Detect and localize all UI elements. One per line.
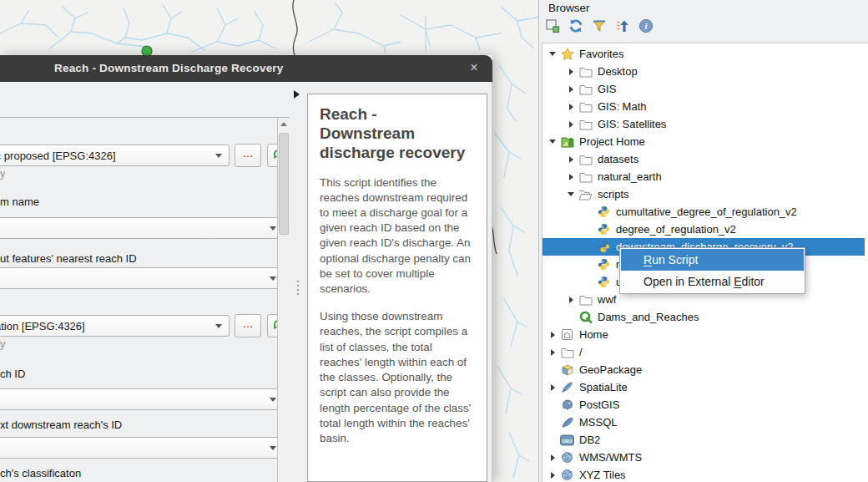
dialog-titlebar[interactable]: Reach - Downstream Discharge Recovery × bbox=[0, 55, 492, 82]
postgis-icon bbox=[560, 398, 574, 412]
chevron-right-icon[interactable] bbox=[551, 384, 555, 391]
chevron-down-icon[interactable] bbox=[549, 140, 556, 144]
tree-item-favorites[interactable]: Favorites bbox=[542, 45, 828, 63]
chevron-right-icon[interactable] bbox=[551, 454, 555, 461]
chevron-right-icon[interactable] bbox=[569, 68, 573, 75]
splitter-handle[interactable] bbox=[297, 278, 299, 297]
geopackage-icon bbox=[560, 363, 574, 377]
tree-item-gis-math[interactable]: GIS: Math bbox=[542, 98, 846, 115]
tree-item-geopackage[interactable]: GeoPackage bbox=[542, 361, 828, 378]
tree-item-db2[interactable]: DB2DB2 bbox=[542, 431, 828, 449]
tree-item-degree-of-regulation-v2[interactable]: degree_of_regulation_v2 bbox=[542, 221, 865, 238]
tree-item-label: / bbox=[579, 346, 583, 358]
chevron-down-icon bbox=[270, 226, 276, 231]
field-combobox[interactable] bbox=[0, 388, 284, 410]
chevron-right-icon[interactable] bbox=[551, 332, 555, 338]
field-combobox[interactable] bbox=[0, 437, 284, 459]
help-paragraph: Using those downstream reaches, the scri… bbox=[320, 309, 476, 446]
parameter-label: m name bbox=[0, 195, 39, 208]
parameters-form: « proposed [EPSG:4326]…ym nameut feature… bbox=[0, 117, 290, 482]
tree-item-gis-satellites[interactable]: GIS: Satellites bbox=[542, 115, 846, 133]
parameter-row: « proposed [EPSG:4326]… bbox=[0, 144, 290, 167]
browser-panel-title: Browser bbox=[548, 2, 590, 14]
folder-open-icon bbox=[578, 188, 593, 201]
chevron-right-icon[interactable] bbox=[569, 86, 573, 93]
tree-item-natural-earth[interactable]: natural_earth bbox=[542, 168, 846, 185]
chevron-right-icon[interactable] bbox=[569, 156, 573, 163]
qgis-project-icon bbox=[578, 311, 593, 324]
folder-icon bbox=[578, 118, 593, 131]
filter-browser-button[interactable] bbox=[589, 18, 609, 38]
tree-item-mssql[interactable]: MSSQL bbox=[542, 414, 828, 431]
chevron-right-icon[interactable] bbox=[551, 472, 555, 479]
tree-item-home[interactable]: Home bbox=[542, 326, 828, 343]
tree-item-xyz-tiles[interactable]: XYZ Tiles bbox=[542, 466, 828, 482]
browse-button[interactable]: … bbox=[235, 314, 261, 337]
layer-combobox[interactable]: ation [EPSG:4326] bbox=[0, 315, 230, 337]
filter-browser-icon bbox=[591, 18, 608, 38]
collapse-all-button[interactable] bbox=[613, 18, 633, 38]
tree-item-spatialite[interactable]: SpatiaLite bbox=[542, 378, 828, 396]
combobox-value: « proposed [EPSG:4326] bbox=[0, 150, 116, 162]
mssql-icon bbox=[560, 416, 574, 429]
parameter-row bbox=[0, 217, 284, 239]
folder-icon bbox=[560, 346, 574, 359]
tree-item-cumultative-degree-of-regulation-v2[interactable]: cumultative_degree_of_regulation_v2 bbox=[542, 203, 865, 221]
tree-item-label: MSSQL bbox=[579, 416, 618, 429]
tree-item-label: Favorites bbox=[579, 48, 623, 60]
folder-icon bbox=[578, 83, 593, 96]
chevron-right-icon[interactable] bbox=[569, 104, 573, 110]
tree-item-datasets[interactable]: datasets bbox=[542, 150, 846, 168]
python-script-icon bbox=[597, 258, 611, 271]
collapse-help-arrow-icon[interactable] bbox=[294, 90, 300, 99]
chevron-down-icon[interactable] bbox=[549, 52, 556, 56]
tree-item-dams-and-reaches[interactable]: Dams_and_Reaches bbox=[542, 308, 846, 326]
svg-text:i: i bbox=[645, 22, 648, 31]
form-scrollbar[interactable] bbox=[277, 118, 290, 482]
parameter-note: y bbox=[0, 168, 5, 180]
add-selected-layers-button[interactable] bbox=[542, 18, 563, 38]
globe-icon bbox=[560, 469, 574, 482]
tree-item-gis[interactable]: GIS bbox=[542, 80, 846, 98]
tree-item-label: DB2 bbox=[579, 434, 600, 446]
tree-item-wms-wmts[interactable]: WMS/WMTS bbox=[542, 449, 828, 466]
tree-item-label: datasets bbox=[598, 153, 638, 165]
tree-item-scripts[interactable]: scripts bbox=[542, 185, 846, 203]
chevron-down-icon[interactable] bbox=[568, 192, 574, 196]
parameter-label: ch ID bbox=[0, 368, 25, 380]
close-icon[interactable]: × bbox=[467, 60, 482, 75]
tree-item-desktop[interactable]: Desktop bbox=[542, 63, 846, 80]
menu-item-open-in-external-editor[interactable]: Open in External Editor bbox=[621, 271, 804, 292]
browser-panel: Browser i FavoritesDesktopGISGIS: MathGI… bbox=[538, 0, 868, 482]
browse-button[interactable]: … bbox=[235, 144, 261, 167]
parameter-row bbox=[0, 388, 284, 410]
python-script-icon bbox=[597, 223, 611, 236]
scroll-up-icon[interactable] bbox=[280, 122, 287, 126]
chevron-right-icon[interactable] bbox=[569, 174, 573, 180]
python-script-icon bbox=[597, 241, 611, 254]
menu-item-run-script[interactable]: Run Script bbox=[621, 249, 804, 271]
tree-item-postgis[interactable]: PostGIS bbox=[542, 396, 828, 414]
browser-toolbar: i bbox=[542, 18, 656, 38]
parameter-row bbox=[0, 437, 284, 459]
layer-combobox[interactable]: « proposed [EPSG:4326] bbox=[0, 145, 230, 166]
tree-item-label: wwf bbox=[598, 293, 616, 306]
tree-item-project-home[interactable]: Project Home bbox=[542, 133, 828, 150]
refresh-button[interactable] bbox=[566, 18, 586, 38]
project-home-icon bbox=[560, 135, 574, 149]
tree-item-label: scripts bbox=[598, 188, 629, 200]
dialog-title: Reach - Downstream Discharge Recovery bbox=[54, 55, 284, 82]
chevron-right-icon[interactable] bbox=[569, 297, 573, 303]
python-script-icon bbox=[597, 205, 611, 219]
scrollbar-thumb[interactable] bbox=[279, 133, 289, 235]
chevron-right-icon[interactable] bbox=[551, 349, 555, 356]
parameter-label: ut features' nearest reach ID bbox=[0, 252, 137, 265]
properties-widget-button[interactable]: i bbox=[636, 18, 656, 38]
tree-item-label: WMS/WMTS bbox=[579, 451, 642, 464]
chevron-right-icon[interactable] bbox=[569, 121, 573, 128]
field-combobox[interactable] bbox=[0, 267, 284, 289]
field-combobox[interactable] bbox=[0, 217, 284, 239]
tree-item--[interactable]: / bbox=[542, 343, 828, 361]
tree-item-label: Desktop bbox=[598, 65, 638, 78]
tree-item-label: XYZ Tiles bbox=[579, 469, 626, 481]
